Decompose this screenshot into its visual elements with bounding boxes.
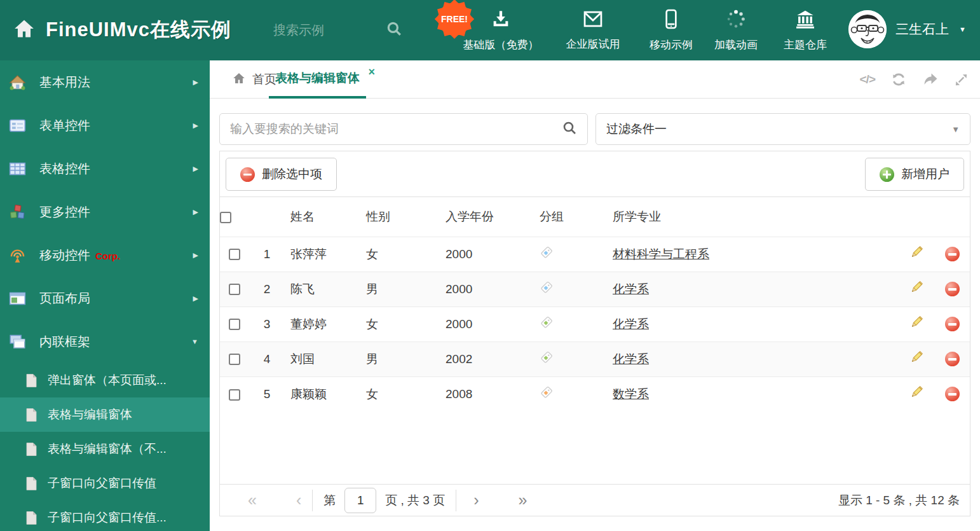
group-tag-icon (540, 284, 554, 297)
envelope-icon (582, 10, 604, 31)
sidebar-item[interactable]: 表单控件▶ (0, 104, 210, 147)
header-search (273, 20, 402, 39)
sidebar-subitem[interactable]: 弹出窗体（本页面或... (0, 363, 210, 397)
share-icon[interactable] (922, 72, 938, 86)
sidebar-subitem[interactable]: 子窗口向父窗口传值... (0, 500, 210, 531)
sidebar-subitem[interactable]: 子窗口向父窗口传值 (0, 466, 210, 500)
delete-row-icon[interactable] (945, 352, 960, 366)
sidebar-item[interactable]: 内联框架▼ (0, 320, 210, 363)
record-count-summary: 显示 1 - 5 条 , 共 12 条 (838, 492, 960, 509)
chevron-right-icon: ▶ (193, 251, 198, 259)
sidebar-item[interactable]: 移动控件Corp.▶ (0, 233, 210, 277)
sidebar-item-label: 更多控件 (39, 203, 90, 221)
search-icon[interactable] (386, 20, 402, 39)
header-search-input[interactable] (273, 23, 372, 38)
cubes-icon (9, 203, 26, 221)
prev-page-icon[interactable]: ‹ (296, 492, 301, 508)
page-number-input[interactable] (344, 488, 376, 513)
edit-pencil-icon[interactable] (909, 245, 924, 263)
chevron-right-icon: ▶ (193, 78, 198, 86)
row-checkbox[interactable] (229, 284, 240, 295)
sidebar-subitem[interactable]: 表格与编辑窗体（不... (0, 432, 210, 466)
sidebar-item-label: 页面布局 (39, 290, 90, 307)
sidebar-item[interactable]: 更多控件▶ (0, 190, 210, 233)
refresh-icon[interactable] (891, 72, 906, 87)
major-link[interactable]: 化学系 (613, 282, 649, 296)
row-checkbox[interactable] (229, 354, 240, 365)
edit-pencil-icon[interactable] (909, 350, 924, 368)
sidebar-item-label: 表格控件 (39, 160, 90, 177)
add-user-button[interactable]: 新增用户 (865, 158, 964, 191)
select-all-checkbox[interactable] (220, 212, 231, 223)
grid-panel: 删除选中项 新增用户 姓名 性别 (219, 151, 970, 516)
table-row: 3 董婷婷 女 2000 化学系 (220, 307, 970, 341)
table-row: 4 刘国 男 2002 化学系 (220, 341, 970, 376)
last-page-icon[interactable]: » (519, 492, 527, 508)
user-menu[interactable]: 三生石上 ▼ (848, 10, 966, 48)
first-page-icon[interactable]: « (248, 492, 257, 508)
header-nav-item[interactable]: 移动示例 (641, 0, 702, 60)
group-tag-icon (540, 389, 554, 402)
sidebar-item[interactable]: 基本用法▶ (0, 60, 210, 104)
tab-grid-edit-window[interactable]: 表格与编辑窗体 × (269, 60, 366, 99)
major-link[interactable]: 数学系 (613, 387, 649, 401)
filter-dropdown[interactable]: 过滤条件一 ▼ (595, 113, 970, 145)
row-number: 1 (248, 237, 285, 272)
delete-row-icon[interactable] (945, 387, 960, 401)
sidebar-subitem-label: 表格与编辑窗体（不... (48, 441, 167, 457)
brand[interactable]: FineUIMvc在线示例 (13, 17, 231, 43)
student-name: 刘国 (285, 341, 363, 376)
header-nav-item[interactable]: 企业版试用 (545, 0, 641, 60)
expand-icon[interactable] (954, 72, 969, 87)
row-checkbox[interactable] (229, 389, 240, 401)
sidebar-menu: 基本用法▶表单控件▶表格控件▶更多控件▶移动控件Corp.▶页面布局▶内联框架▼… (0, 60, 210, 531)
header-nav-label: 主题仓库 (784, 38, 827, 52)
sidebar-subitem-label: 子窗口向父窗口传值 (48, 475, 156, 492)
delete-row-icon[interactable] (945, 317, 960, 331)
layout-icon (9, 290, 26, 307)
bank-icon (794, 9, 816, 32)
tab-active-label: 表格与编辑窗体 (275, 70, 360, 86)
student-gender: 女 (363, 237, 442, 272)
major-link[interactable]: 化学系 (613, 317, 649, 331)
edit-pencil-icon[interactable] (909, 315, 924, 333)
user-caret-icon: ▼ (959, 25, 966, 33)
file-icon (26, 511, 37, 525)
corp-badge: Corp. (95, 251, 120, 261)
sidebar-subitem[interactable]: 表格与编辑窗体 (0, 397, 210, 432)
header-nav-item[interactable]: 加载动画 (702, 0, 770, 60)
home-colored-icon (9, 74, 26, 91)
edit-pencil-icon[interactable] (909, 280, 924, 298)
home-icon (13, 18, 36, 42)
chevron-right-icon: ▶ (193, 121, 198, 130)
pagination-bar: « ‹ 第 页 , 共 3 页 › » 显示 1 - 5 条 , 共 12 条 (220, 484, 970, 516)
sidebar-item[interactable]: 表格控件▶ (0, 147, 210, 190)
table-row: 2 陈飞 男 2000 化学系 (220, 272, 970, 307)
sidebar-item[interactable]: 页面布局▶ (0, 277, 210, 320)
delete-selected-button[interactable]: 删除选中项 (226, 158, 337, 191)
keyword-search-box (219, 113, 588, 145)
column-year: 入学年份 (442, 197, 536, 237)
header-nav-item[interactable]: 主题仓库 (770, 0, 840, 60)
delete-row-icon[interactable] (945, 247, 960, 261)
plus-circle-icon (880, 167, 894, 182)
edit-pencil-icon[interactable] (909, 385, 924, 403)
keyword-search-input[interactable] (230, 122, 562, 136)
file-icon (26, 408, 37, 422)
header-nav-label: 基础版（免费） (463, 38, 539, 52)
home-tab-icon (232, 72, 246, 88)
major-link[interactable]: 化学系 (613, 352, 649, 366)
delete-row-icon[interactable] (945, 282, 960, 296)
row-number: 4 (248, 341, 285, 376)
view-source-icon[interactable]: </> (860, 72, 875, 86)
table-header-row: 姓名 性别 入学年份 分组 所学专业 (220, 197, 970, 237)
close-icon[interactable]: × (368, 66, 375, 78)
header-nav-item[interactable]: 基础版（免费） (456, 0, 545, 60)
antenna-icon (9, 247, 26, 264)
next-page-icon[interactable]: › (473, 492, 479, 508)
sidebar-item-label: 表单控件 (39, 117, 90, 134)
major-link[interactable]: 材料科学与工程系 (613, 247, 709, 261)
row-checkbox[interactable] (229, 249, 240, 260)
search-icon[interactable] (562, 120, 577, 138)
row-checkbox[interactable] (229, 319, 240, 330)
